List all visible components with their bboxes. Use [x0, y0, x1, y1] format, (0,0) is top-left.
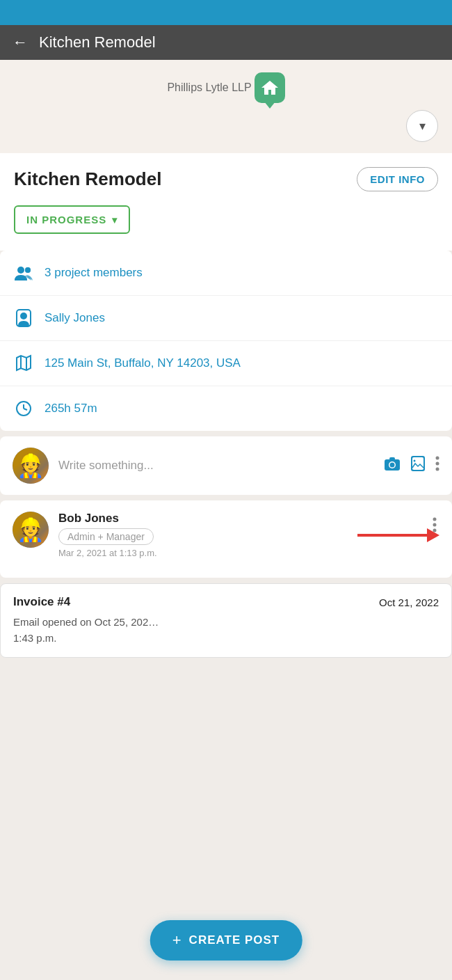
- map-icon: [14, 354, 33, 373]
- company-bar: Phillips Lytle LLP: [0, 60, 452, 110]
- time-text: 265h 57m: [45, 402, 97, 416]
- chevron-container: ▾: [0, 110, 452, 153]
- status-label: IN PROGRESS: [26, 214, 106, 226]
- create-post-button[interactable]: + CREATE POST: [150, 920, 302, 961]
- invoice-header-row: Invoice #4 Oct 21, 2022: [13, 595, 439, 609]
- post-avatar-image: [13, 512, 49, 548]
- svg-point-20: [436, 462, 439, 466]
- project-header-row: Kitchen Remodel EDIT INFO: [14, 167, 438, 191]
- people-icon: [14, 263, 33, 283]
- write-placeholder[interactable]: Write something...: [58, 459, 374, 473]
- svg-point-24: [433, 529, 437, 532]
- post-role-badge: Admin + Manager: [58, 528, 154, 545]
- project-info-card: Kitchen Remodel EDIT INFO IN PROGRESS ▾: [0, 153, 452, 251]
- camera-button[interactable]: [384, 456, 401, 475]
- post-author-avatar: [13, 512, 49, 548]
- chevron-down-button[interactable]: ▾: [406, 110, 438, 142]
- write-actions: [384, 455, 439, 476]
- svg-point-13: [390, 463, 395, 468]
- plus-icon: +: [172, 931, 182, 949]
- address-text: 125 Main St, Buffalo, NY 14203, USA: [45, 356, 241, 370]
- project-members-row[interactable]: 3 project members: [0, 251, 452, 296]
- company-name: Phillips Lytle LLP: [167, 81, 251, 94]
- post-card: Bob Jones Admin + Manager Mar 2, 2021 at…: [0, 500, 452, 578]
- top-status-bar: [0, 0, 452, 25]
- svg-point-1: [17, 267, 24, 274]
- user-avatar: [13, 448, 49, 484]
- red-arrow-line: [357, 534, 427, 537]
- image-button[interactable]: [410, 455, 426, 476]
- post-time: Mar 2, 2021 at 1:13 p.m.: [58, 548, 439, 558]
- owner-row[interactable]: Sally Jones: [0, 296, 452, 341]
- person-icon: [14, 308, 33, 328]
- address-row[interactable]: 125 Main St, Buffalo, NY 14203, USA: [0, 341, 452, 386]
- invoice-date: Oct 21, 2022: [379, 596, 439, 608]
- svg-point-5: [20, 313, 27, 319]
- post-more-button[interactable]: [430, 517, 439, 537]
- svg-marker-0: [261, 81, 278, 95]
- company-logo: [255, 72, 285, 103]
- info-section: 3 project members Sally Jones 125 Main S…: [0, 251, 452, 431]
- invoice-body-text: Email opened on Oct 25, 202…1:43 p.m.: [13, 616, 159, 644]
- project-members-text: 3 project members: [45, 266, 143, 280]
- app-header: ← Kitchen Remodel: [0, 25, 452, 60]
- svg-point-21: [436, 468, 439, 471]
- time-row[interactable]: 265h 57m: [0, 386, 452, 431]
- post-header-row: Bob Jones Admin + Manager Mar 2, 2021 at…: [13, 512, 439, 558]
- more-options-button[interactable]: [435, 456, 439, 475]
- svg-point-22: [433, 518, 437, 521]
- invoice-number: Invoice #4: [13, 595, 70, 609]
- project-title: Kitchen Remodel: [14, 168, 161, 190]
- chevron-down-icon: ▾: [419, 118, 426, 134]
- post-author-name: Bob Jones: [58, 512, 439, 525]
- back-button[interactable]: ←: [13, 33, 28, 52]
- svg-line-10: [24, 409, 27, 410]
- edit-info-button[interactable]: EDIT INFO: [357, 167, 438, 191]
- write-post-card: Write something...: [0, 436, 452, 495]
- create-post-label: CREATE POST: [189, 933, 280, 947]
- svg-point-23: [433, 523, 437, 527]
- home-icon: [260, 78, 280, 97]
- owner-name: Sally Jones: [45, 311, 105, 325]
- clock-icon: [14, 399, 33, 418]
- avatar-image: [13, 448, 49, 484]
- red-arrow-annotation: [357, 528, 439, 542]
- status-dropdown-icon: ▾: [112, 214, 118, 226]
- svg-point-3: [25, 267, 31, 273]
- svg-point-19: [436, 457, 439, 460]
- status-button[interactable]: IN PROGRESS ▾: [14, 205, 130, 234]
- svg-rect-16: [412, 457, 423, 470]
- invoice-body: Email opened on Oct 25, 202…1:43 p.m.: [13, 615, 439, 646]
- invoice-card: Invoice #4 Oct 21, 2022 Email opened on …: [0, 583, 452, 658]
- svg-rect-14: [389, 457, 395, 460]
- svg-point-18: [414, 460, 416, 462]
- header-title: Kitchen Remodel: [39, 33, 156, 52]
